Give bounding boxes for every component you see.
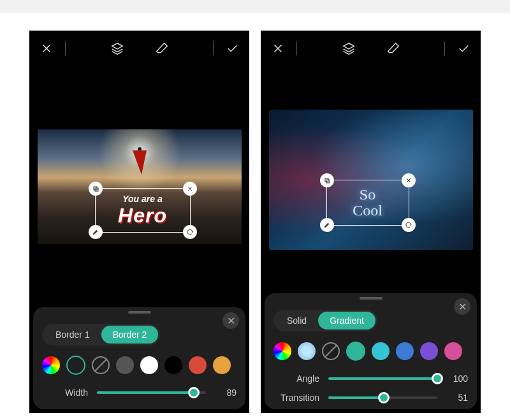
- tab-group: Solid Gradient: [273, 310, 377, 331]
- panel-grabber[interactable]: [128, 311, 151, 314]
- transition-slider-row: Transition 51: [273, 391, 468, 404]
- slider-value: 51: [446, 393, 468, 403]
- divider: [213, 41, 214, 55]
- blur-swatch[interactable]: [298, 342, 316, 360]
- color-swatch-row: [273, 342, 468, 361]
- angle-slider[interactable]: [328, 372, 437, 385]
- layers-icon[interactable]: [339, 39, 358, 58]
- close-icon[interactable]: [268, 39, 288, 58]
- rotate-handle-icon[interactable]: [402, 218, 416, 232]
- color-swatch[interactable]: [164, 356, 182, 374]
- tab-gradient[interactable]: Gradient: [318, 312, 375, 329]
- duplicate-handle-icon[interactable]: [89, 182, 103, 196]
- video-preview[interactable]: So Cool: [269, 110, 473, 250]
- color-picker-icon[interactable]: [42, 356, 60, 374]
- no-color-swatch[interactable]: [92, 356, 110, 374]
- color-swatch[interactable]: [140, 356, 158, 374]
- edit-handle-icon[interactable]: [320, 218, 334, 232]
- close-icon[interactable]: [37, 39, 56, 58]
- phone-right: So Cool ✕: [261, 31, 481, 413]
- text-line-1: You are a: [122, 194, 163, 204]
- layers-icon[interactable]: [108, 39, 127, 58]
- panel-close-icon[interactable]: ✕: [222, 312, 239, 329]
- angle-slider-row: Angle 100: [273, 372, 468, 385]
- style-panel: ✕ Solid Gradient Angle: [265, 293, 477, 409]
- width-slider[interactable]: [97, 386, 206, 399]
- canvas-area: You are a Hero: [29, 66, 249, 307]
- tab-border-2[interactable]: Border 2: [101, 326, 159, 344]
- eraser-icon[interactable]: [152, 39, 171, 58]
- panel-grabber[interactable]: [360, 297, 382, 300]
- confirm-icon[interactable]: [222, 39, 242, 58]
- edit-handle-icon[interactable]: [89, 225, 103, 239]
- transition-slider[interactable]: [328, 391, 437, 404]
- style-panel: ✕ Border 1 Border 2 Width: [33, 307, 245, 409]
- text-layer[interactable]: You are a Hero: [95, 188, 191, 233]
- slider-label: Angle: [273, 373, 319, 384]
- video-preview[interactable]: You are a Hero: [38, 129, 242, 244]
- text-line-2: Cool: [353, 203, 382, 219]
- divider: [444, 41, 445, 55]
- color-swatch[interactable]: [116, 356, 134, 374]
- no-color-swatch[interactable]: [322, 342, 340, 360]
- selected-color-swatch[interactable]: [66, 356, 85, 375]
- color-swatch[interactable]: [396, 342, 414, 360]
- color-picker-icon[interactable]: [273, 342, 291, 360]
- hero-figure: [132, 147, 147, 177]
- text-line-2: Hero: [118, 204, 167, 228]
- width-slider-row: Width 89: [42, 386, 237, 399]
- divider: [65, 41, 66, 55]
- comparison-stage: You are a Hero: [0, 13, 510, 420]
- confirm-icon[interactable]: [454, 39, 473, 58]
- delete-handle-icon[interactable]: [183, 182, 197, 196]
- color-swatch[interactable]: [189, 356, 207, 374]
- duplicate-handle-icon[interactable]: [320, 173, 334, 187]
- color-swatch[interactable]: [372, 342, 390, 360]
- color-swatch[interactable]: [420, 342, 438, 360]
- canvas-area: So Cool: [261, 66, 481, 293]
- text-line-1: So: [360, 187, 375, 203]
- top-toolbar: [261, 31, 481, 66]
- slider-label: Transition: [273, 393, 319, 403]
- tab-border-1[interactable]: Border 1: [44, 326, 101, 344]
- rotate-handle-icon[interactable]: [183, 225, 197, 239]
- text-layer[interactable]: So Cool: [326, 180, 409, 226]
- tab-solid[interactable]: Solid: [275, 312, 318, 329]
- slider-value: 89: [215, 387, 237, 398]
- color-swatch[interactable]: [444, 342, 462, 360]
- slider-label: Width: [42, 387, 88, 398]
- color-swatch-row: [42, 356, 237, 375]
- panel-close-icon[interactable]: ✕: [454, 298, 470, 315]
- divider: [296, 41, 297, 55]
- tab-group: Border 1 Border 2: [42, 324, 160, 345]
- delete-handle-icon[interactable]: [402, 173, 416, 187]
- color-swatch[interactable]: [213, 356, 231, 374]
- selected-color-swatch[interactable]: [346, 342, 365, 361]
- phone-left: You are a Hero: [29, 31, 249, 413]
- slider-value: 100: [446, 373, 468, 384]
- eraser-icon[interactable]: [384, 39, 403, 58]
- top-toolbar: [29, 31, 249, 66]
